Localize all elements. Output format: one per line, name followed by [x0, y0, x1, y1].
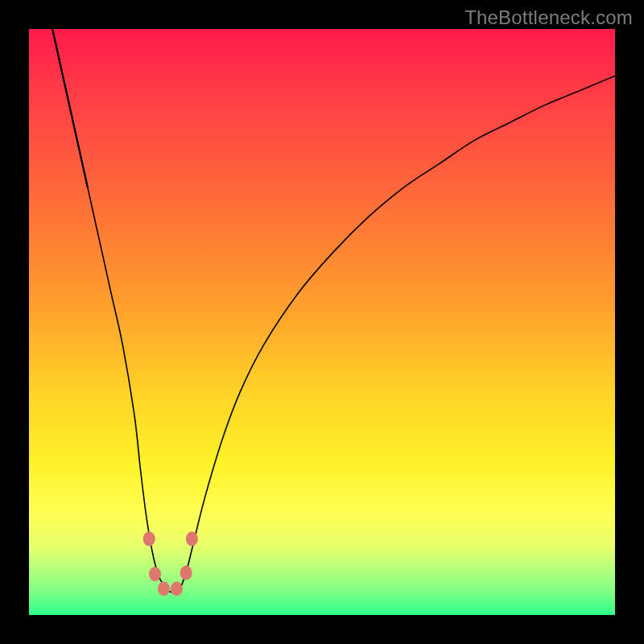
bottleneck-curve [52, 29, 615, 592]
curve-dot [143, 531, 155, 546]
watermark-text: TheBottleneck.com [464, 6, 633, 29]
curve-dot [171, 581, 183, 596]
marker-group [143, 531, 198, 596]
chart-svg [29, 29, 615, 615]
curve-dot [186, 531, 198, 546]
curve-dot [158, 581, 170, 596]
chart-frame: TheBottleneck.com [0, 0, 644, 644]
curve-dot [149, 567, 161, 581]
plot-area [29, 29, 615, 615]
curve-dot [180, 566, 192, 580]
